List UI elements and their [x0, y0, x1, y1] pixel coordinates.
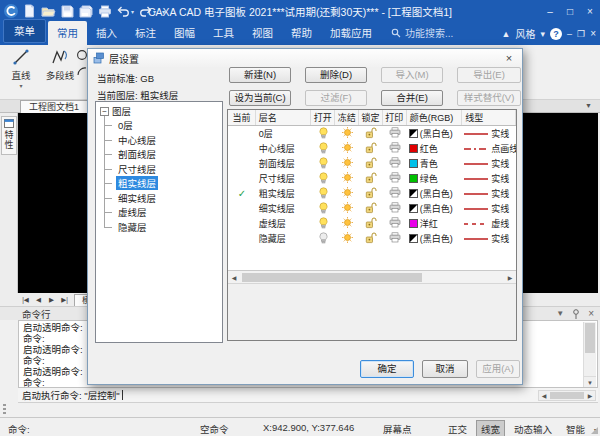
- scroll-left-icon[interactable]: ◀: [539, 392, 549, 399]
- status-snap-mode[interactable]: 屏幕点: [383, 422, 412, 436]
- layer-tree-item[interactable]: 0层: [114, 118, 221, 133]
- qat-customize-icon[interactable]: ▾: [162, 8, 165, 15]
- layer-color-cell[interactable]: (黑白色): [407, 127, 463, 140]
- layer-lock-toggle[interactable]: [359, 217, 383, 231]
- layer-print-toggle[interactable]: [383, 127, 407, 140]
- table-row[interactable]: 尺寸线层绿色实线: [228, 171, 516, 186]
- table-row[interactable]: 隐藏层(黑白色)实线: [228, 231, 516, 246]
- layer-freeze-toggle[interactable]: [335, 187, 359, 200]
- column-header[interactable]: 颜色(RGB): [407, 110, 463, 125]
- line-tool-button[interactable]: 直线 ▾: [4, 47, 38, 89]
- properties-panel-tab[interactable]: 特性: [1, 116, 17, 155]
- layer-on-toggle[interactable]: [311, 142, 335, 156]
- style-dropdown-icon[interactable]: ▾: [541, 29, 546, 39]
- status-toggle[interactable]: 线宽: [476, 420, 505, 436]
- layer-linetype-cell[interactable]: 实线: [462, 172, 516, 185]
- layer-on-toggle[interactable]: [311, 202, 335, 216]
- layer-on-toggle[interactable]: [311, 232, 335, 246]
- next-sheet-icon[interactable]: ▶: [46, 296, 57, 304]
- layer-freeze-toggle[interactable]: [335, 157, 359, 170]
- layer-linetype-cell[interactable]: 虚线: [462, 217, 516, 230]
- layer-lock-toggle[interactable]: [359, 157, 383, 171]
- layer-print-toggle[interactable]: [383, 172, 407, 185]
- ribbon-tab[interactable]: 视图: [243, 21, 282, 45]
- command-input[interactable]: 启动执行命令: "层控制" ◀ ▶: [18, 388, 598, 403]
- ribbon-tab[interactable]: 常用: [48, 21, 87, 45]
- scroll-right-icon[interactable]: ▶: [504, 274, 516, 281]
- maximize-button[interactable]: □: [560, 6, 580, 17]
- doc-tab-scroll-icon[interactable]: ▼: [585, 102, 592, 109]
- column-header[interactable]: 锁定: [359, 110, 383, 125]
- column-header[interactable]: 层名: [256, 110, 312, 125]
- doc-minimize-button[interactable]: –: [567, 29, 572, 39]
- line-tool-dropdown-icon[interactable]: ▾: [4, 82, 38, 89]
- scrollbar-track[interactable]: [240, 272, 504, 283]
- column-header[interactable]: 打印: [383, 110, 407, 125]
- layer-linetype-cell[interactable]: 实线: [462, 202, 516, 215]
- layer-print-toggle[interactable]: [383, 187, 407, 200]
- layer-freeze-toggle[interactable]: [335, 202, 359, 215]
- layer-name-cell[interactable]: 剖面线层: [256, 157, 312, 170]
- table-row[interactable]: 剖面线层青色实线: [228, 156, 516, 171]
- scroll-down-icon[interactable]: ▼: [584, 376, 596, 388]
- dialog-close-button[interactable]: ×: [501, 52, 517, 64]
- redo-dropdown-icon[interactable]: ▾: [153, 8, 156, 15]
- ribbon-tab[interactable]: 菜单: [3, 19, 46, 43]
- table-row[interactable]: 虚线层洋红虚线: [228, 216, 516, 231]
- layer-linetype-cell[interactable]: 点画线: [462, 142, 516, 155]
- layer-name-cell[interactable]: 虚线层: [256, 217, 312, 230]
- column-header[interactable]: 当前: [228, 110, 256, 125]
- resize-grip[interactable]: [591, 427, 598, 434]
- panel-dropdown-icon[interactable]: ▼: [556, 309, 564, 318]
- ribbon-tab[interactable]: 工具: [204, 21, 243, 45]
- ribbon-collapse-icon[interactable]: ▲: [502, 29, 511, 39]
- help-icon[interactable]: ?: [550, 28, 562, 40]
- scroll-right-icon[interactable]: ▶: [585, 392, 595, 399]
- table-row[interactable]: 中心线层红色点画线: [228, 141, 516, 156]
- layer-linetype-cell[interactable]: 实线: [462, 157, 516, 170]
- style-menu[interactable]: 风格: [516, 26, 536, 41]
- status-toggle[interactable]: 智能: [561, 420, 590, 436]
- layer-tree-item[interactable]: 虚线层: [114, 205, 221, 220]
- prev-sheet-icon[interactable]: ◀: [33, 296, 44, 304]
- layer-on-toggle[interactable]: [311, 187, 335, 201]
- layer-print-toggle[interactable]: [383, 217, 407, 230]
- polyline-tool-button[interactable]: 多段线: [40, 47, 80, 82]
- layer-color-cell[interactable]: 绿色: [407, 172, 463, 185]
- doc-restore-button[interactable]: ❐: [577, 29, 585, 39]
- panel-close-icon[interactable]: ×: [588, 308, 594, 319]
- scrollbar-thumb[interactable]: [585, 323, 595, 353]
- layer-tree-root[interactable]: − 图层: [97, 104, 221, 118]
- feature-search[interactable]: 功能搜索...: [391, 25, 453, 45]
- layer-linetype-cell[interactable]: 实线: [462, 127, 516, 140]
- cancel-button[interactable]: 取消: [422, 360, 468, 378]
- dock-grip-icon[interactable]: [3, 404, 6, 416]
- layer-color-cell[interactable]: 红色: [407, 142, 463, 155]
- layer-tree-item[interactable]: 剖面线层: [114, 147, 221, 162]
- layer-action-button[interactable]: 设为当前(C): [229, 90, 291, 106]
- layer-tree-item[interactable]: 粗实线层: [114, 176, 221, 191]
- layer-freeze-toggle[interactable]: [335, 217, 359, 230]
- layer-tree-item[interactable]: 中心线层: [114, 133, 221, 148]
- table-row[interactable]: ✓粗实线层(黑白色)实线: [228, 186, 516, 201]
- column-header[interactable]: 冻结: [335, 110, 359, 125]
- layer-name-cell[interactable]: 中心线层: [256, 142, 312, 155]
- layer-linetype-cell[interactable]: 实线: [462, 232, 516, 245]
- layer-tree-item[interactable]: 细实线层: [114, 191, 221, 206]
- layer-on-toggle[interactable]: [311, 172, 335, 186]
- command-input-scrollbar[interactable]: ◀ ▶: [538, 390, 596, 401]
- command-history-scrollbar[interactable]: ▼: [583, 322, 596, 388]
- ribbon-tab[interactable]: 插入: [87, 21, 126, 45]
- current-layer-cell[interactable]: ✓: [228, 188, 256, 199]
- layer-action-button[interactable]: 新建(N): [229, 67, 291, 83]
- table-hscrollbar[interactable]: ◀ ▶: [228, 270, 516, 283]
- layer-name-cell[interactable]: 细实线层: [256, 202, 312, 215]
- layer-on-toggle[interactable]: [311, 127, 335, 141]
- layer-freeze-toggle[interactable]: [335, 172, 359, 185]
- layer-lock-toggle[interactable]: [359, 202, 383, 216]
- layer-color-cell[interactable]: (黑白色): [407, 202, 463, 215]
- dialog-title-bar[interactable]: 层设置 ×: [88, 49, 522, 67]
- ribbon-tab[interactable]: 图幅: [165, 21, 204, 45]
- table-row[interactable]: 0层(黑白色)实线: [228, 126, 516, 141]
- pin-icon[interactable]: [572, 309, 580, 319]
